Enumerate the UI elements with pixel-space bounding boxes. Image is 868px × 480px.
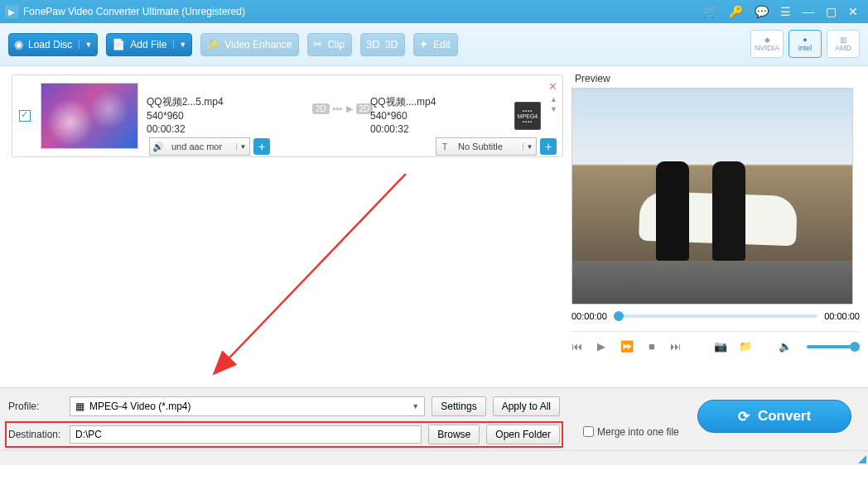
destination-label: Destination: [8,429,63,440]
nvidia-icon: ◆ [764,36,770,44]
three-d-button[interactable]: 3D 3D [360,33,405,56]
codec-icon: ▪▪▪▪MPEG4▪▪▪▪ [514,102,541,130]
prev-icon[interactable]: ⏮ [571,340,582,353]
output-resolution: 540*960 [370,109,506,123]
add-file-label: Add File [130,39,173,50]
load-disc-label: Load Disc [28,39,79,50]
output-settings: Profile: ▦ MPEG-4 Video (*.mp4) ▼ Settin… [0,388,568,450]
dots-icon: ▪▪▪ [333,103,343,113]
chevron-down-icon[interactable]: ▼ [523,143,536,151]
window-title: FonePaw Video Converter Ultimate (Unregi… [23,6,703,17]
destination-input[interactable] [70,425,422,444]
refresh-icon: ⟳ [738,408,750,425]
snapshot-icon[interactable]: 📷 [714,340,727,353]
convert-button[interactable]: ⟳ Convert [697,400,851,433]
gpu-amd-label: AMD [835,44,851,52]
load-disc-button[interactable]: ◉ Load Disc ▼ [8,33,98,56]
intel-icon: ● [803,36,807,44]
chevron-down-icon[interactable]: ▼ [79,41,97,49]
remove-file-icon[interactable]: ✕ [548,80,557,93]
maximize-icon[interactable]: ▢ [826,6,837,17]
audio-track-label: und aac mor [166,142,236,151]
add-subtitle-button[interactable]: + [540,138,557,155]
menu-icon[interactable]: ☰ [780,6,791,17]
source-resolution: 540*960 [147,109,312,123]
key-icon[interactable]: 🔑 [729,6,743,17]
play-icon[interactable]: ▶ [597,340,605,353]
film-dots-icon: ▪▪▪▪ [523,119,533,124]
three-d-icon: 3D [366,38,380,50]
preview-timeline: 00:00:00 00:00:00 [571,311,860,321]
add-file-button[interactable]: 📄 Add File ▼ [106,33,192,56]
video-enhance-button[interactable]: ✨ Video Enhance [200,33,299,56]
source-info: QQ视频2...5.mp4 540*960 00:00:32 [147,95,312,137]
app-logo-icon: ▶ [5,5,18,18]
stop-icon[interactable]: ■ [649,340,655,353]
profile-row: Profile: ▦ MPEG-4 Video (*.mp4) ▼ Settin… [8,396,560,416]
volume-slider[interactable] [807,345,860,348]
chevron-down-icon[interactable]: ▼ [236,143,249,151]
apply-all-button[interactable]: Apply to All [493,396,560,416]
volume-icon[interactable]: 🔈 [779,340,792,353]
gpu-nvidia-label: NVIDIA [755,44,779,52]
output-info: QQ视频....mp4 540*960 00:00:32 [370,95,506,137]
settings-button[interactable]: Settings [432,396,485,416]
chevron-down-icon[interactable]: ▼ [412,402,419,410]
output-filename: QQ视频....mp4 [370,95,506,109]
subtitle-icon: T [436,142,453,151]
next-icon[interactable]: ⏭ [670,340,681,353]
file-panel: QQ视频2...5.mp4 540*960 00:00:32 2D ▪▪▪ ▶ … [0,66,568,387]
merge-checkbox[interactable]: Merge into one file [583,426,679,438]
clip-label: Clip [327,39,351,50]
titlebar-actions: 🛒 🔑 💬 ☰ — ▢ ✕ [703,6,858,17]
merge-label: Merge into one file [597,426,679,438]
feedback-icon[interactable]: 💬 [755,6,769,17]
scissors-icon: ✂ [313,38,322,50]
seek-slider[interactable] [614,314,817,318]
preview-video[interactable] [571,88,853,305]
profile-dropdown[interactable]: ▦ MPEG-4 Video (*.mp4) ▼ [70,396,425,416]
chevron-down-icon[interactable]: ▼ [173,41,191,49]
audio-track-dropdown[interactable]: 🔊 und aac mor ▼ [149,137,250,156]
minimize-icon[interactable]: — [803,6,814,17]
browse-button[interactable]: Browse [428,425,480,444]
clip-button[interactable]: ✂ Clip [307,33,352,56]
file-columns: QQ视频2...5.mp4 540*960 00:00:32 2D ▪▪▪ ▶ … [147,95,506,137]
destination-row: Destination: Browse Open Folder [5,421,563,448]
output-duration: 00:00:32 [370,122,506,137]
gpu-nvidia[interactable]: ◆NVIDIA [750,30,784,58]
edit-button[interactable]: ✦ Edit [413,33,458,56]
wand-icon: ✨ [206,38,219,50]
add-audio-button[interactable]: + [253,138,270,155]
time-total: 00:00:00 [824,311,860,321]
gpu-selector: ◆NVIDIA ●intel ▥AMD [750,30,860,58]
file-checkbox[interactable] [19,110,31,122]
profile-label: Profile: [8,401,63,412]
gpu-amd[interactable]: ▥AMD [827,30,860,58]
amd-icon: ▥ [840,36,847,44]
video-thumbnail[interactable] [41,83,138,149]
cart-icon[interactable]: 🛒 [703,6,717,17]
move-up-icon[interactable]: ▲ [550,95,557,103]
badge-2d: 2D [312,103,330,114]
conversion-arrow: 2D ▪▪▪ ▶ 2D [312,103,370,114]
toolbar: ◉ Load Disc ▼ 📄 Add File ▼ ✨ Video Enhan… [0,23,868,66]
preview-panel: Preview 00:00:00 00:00:00 ⏮ ▶ ⏩ ■ ⏭ 📷 📁 … [568,66,868,387]
subtitle-dropdown[interactable]: T No Subtitle ▼ [436,137,537,156]
move-down-icon[interactable]: ▼ [550,105,557,113]
folder-icon[interactable]: 📁 [739,340,752,353]
open-folder-button[interactable]: Open Folder [486,425,560,444]
profile-value: MPEG-4 Video (*.mp4) [89,401,191,412]
edit-label: Edit [433,39,457,50]
fast-forward-icon[interactable]: ⏩ [620,340,634,353]
preview-title: Preview [575,73,860,84]
close-icon[interactable]: ✕ [848,6,858,17]
merge-checkbox-input[interactable] [583,426,594,437]
convert-area: Merge into one file ⟳ Convert [568,388,868,450]
codec-label: MPEG4 [518,113,538,119]
gpu-intel[interactable]: ●intel [788,30,822,58]
speaker-icon: 🔊 [150,142,166,152]
time-current: 00:00:00 [571,311,607,321]
preview-controls: ⏮ ▶ ⏩ ■ ⏭ 📷 📁 🔈 [571,331,860,353]
video-enhance-label: Video Enhance [224,39,298,50]
